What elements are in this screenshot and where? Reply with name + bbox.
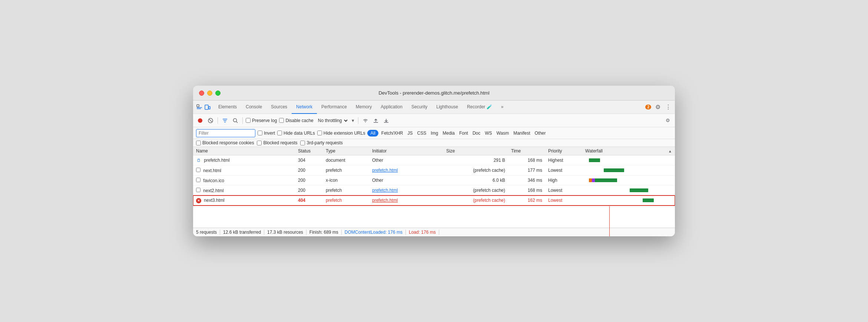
maximize-button[interactable] [215, 91, 221, 96]
th-type[interactable]: Type [323, 147, 369, 155]
cell-time: 177 ms [508, 165, 545, 175]
tab-sources[interactable]: Sources [266, 101, 292, 114]
download-icon[interactable] [382, 116, 390, 125]
tab-security[interactable]: Security [407, 101, 432, 114]
cell-initiator: prefetch.html [369, 165, 443, 175]
clear-button[interactable] [206, 116, 215, 125]
chip-wasm[interactable]: Wasm [495, 130, 511, 137]
table-row[interactable]: 🗒 prefetch.html 304 document Other [193, 155, 675, 165]
table-row-error[interactable]: ✕ next3.html 404 prefetch prefetch.html [193, 196, 675, 206]
load-time: Load: 176 ms [406, 230, 439, 235]
toolbar-right: ⚙ [664, 116, 672, 125]
table-row[interactable]: next.html 200 prefetch prefetch.html (pr [193, 165, 675, 175]
chip-css[interactable]: CSS [416, 130, 428, 137]
filter-input[interactable] [196, 129, 255, 137]
blocked-cookies-checkbox[interactable] [196, 141, 201, 145]
upload-icon[interactable] [372, 116, 380, 125]
issue-badge[interactable]: 2 [645, 105, 651, 109]
cell-name: favicon.ico [193, 175, 295, 185]
th-priority[interactable]: Priority [545, 147, 582, 155]
th-waterfall[interactable]: Waterfall ▲ [582, 147, 675, 155]
th-initiator[interactable]: Initiator [369, 147, 443, 155]
more-options-icon[interactable]: ⋮ [665, 104, 672, 111]
tab-memory[interactable]: Memory [351, 101, 376, 114]
blocked-requests-label[interactable]: Blocked requests [257, 140, 297, 145]
transferred-size: 12.6 kB transferred [220, 230, 264, 235]
throttle-select[interactable]: No throttling [316, 118, 349, 124]
table-row[interactable]: favicon.ico 200 x-icon Other 6.0 kB [193, 175, 675, 185]
initiator-link[interactable]: prefetch.html [372, 188, 398, 193]
disable-cache-checkbox[interactable] [279, 118, 284, 123]
third-party-checkbox[interactable] [300, 141, 305, 145]
th-name[interactable]: Name [193, 147, 295, 155]
waterfall-bar-container [585, 177, 672, 184]
minimize-button[interactable] [207, 91, 212, 96]
chip-font[interactable]: Font [458, 130, 470, 137]
hide-ext-checkbox[interactable] [317, 131, 322, 135]
blocked-bar: Blocked response cookies Blocked request… [193, 139, 675, 147]
th-status[interactable]: Status [295, 147, 323, 155]
chip-all[interactable]: All [367, 130, 378, 137]
th-size[interactable]: Size [443, 147, 508, 155]
dom-content-loaded: DOMContentLoaded: 176 ms [342, 230, 406, 235]
table-row[interactable]: next2.html 200 prefetch prefetch.html (p [193, 185, 675, 196]
chip-ws[interactable]: WS [483, 130, 493, 137]
tab-lighthouse[interactable]: Lighthouse [432, 101, 463, 114]
disable-cache-label[interactable]: Disable cache [279, 118, 313, 123]
waterfall-bar [604, 168, 624, 172]
chip-other[interactable]: Other [533, 130, 547, 137]
invert-checkbox[interactable] [258, 131, 262, 135]
network-settings-icon[interactable]: ⚙ [664, 116, 672, 125]
filter-toggle-icon[interactable] [221, 116, 229, 125]
filter-bar: Invert Hide data URLs Hide extension URL… [193, 127, 675, 139]
tab-performance[interactable]: Performance [317, 101, 351, 114]
inspect-icon[interactable] [196, 104, 203, 111]
record-button[interactable] [196, 116, 204, 125]
wifi-icon[interactable] [361, 116, 370, 125]
title-bar: DevTools - prerender-demos.glitch.me/pre… [193, 86, 675, 101]
cell-waterfall [582, 165, 675, 175]
initiator-link[interactable]: prefetch.html [372, 198, 398, 203]
cell-status: 200 [295, 165, 323, 175]
tab-console[interactable]: Console [241, 101, 266, 114]
cell-name: next2.html [193, 185, 295, 196]
row-checkbox[interactable] [196, 178, 201, 182]
initiator-link[interactable]: prefetch.html [372, 168, 398, 173]
tab-more[interactable]: » [497, 101, 508, 114]
hide-ext-label[interactable]: Hide extension URLs [317, 131, 365, 136]
close-button[interactable] [199, 91, 204, 96]
chip-img[interactable]: Img [429, 130, 440, 137]
th-time[interactable]: Time [508, 147, 545, 155]
settings-icon[interactable]: ⚙ [654, 104, 662, 111]
chip-fetch[interactable]: Fetch/XHR [380, 130, 405, 137]
third-party-label[interactable]: 3rd-party requests [300, 140, 342, 145]
waterfall-bar-container [585, 197, 672, 204]
device-toggle-icon[interactable] [204, 104, 211, 111]
tab-recorder[interactable]: Recorder 🧪 [463, 101, 497, 114]
resources-size: 17.3 kB resources [264, 230, 307, 235]
invert-label[interactable]: Invert [258, 131, 275, 136]
search-icon[interactable] [231, 116, 239, 125]
cell-size: (prefetch cache) [443, 165, 508, 175]
cell-size: (prefetch cache) [443, 185, 508, 196]
preserve-log-label[interactable]: Preserve log [246, 118, 277, 123]
tab-network[interactable]: Network [292, 101, 317, 114]
blocked-cookies-label[interactable]: Blocked response cookies [196, 140, 254, 145]
chip-doc[interactable]: Doc [471, 130, 482, 137]
tab-application[interactable]: Application [376, 101, 407, 114]
network-toolbar: Preserve log Disable cache No throttling… [193, 114, 675, 127]
chip-manifest[interactable]: Manifest [512, 130, 531, 137]
hide-data-label[interactable]: Hide data URLs [277, 131, 315, 136]
chip-media[interactable]: Media [441, 130, 456, 137]
chip-js[interactable]: JS [406, 130, 414, 137]
svg-rect-3 [205, 105, 208, 109]
hide-data-checkbox[interactable] [277, 131, 282, 135]
preserve-log-checkbox[interactable] [246, 118, 251, 123]
row-checkbox[interactable] [196, 188, 201, 192]
tab-elements[interactable]: Elements [214, 101, 241, 114]
cell-time: 346 ms [508, 175, 545, 185]
blocked-requests-checkbox[interactable] [257, 141, 262, 145]
waterfall-bar [589, 158, 600, 162]
row-checkbox[interactable] [196, 168, 201, 172]
cell-size: 291 B [443, 155, 508, 165]
